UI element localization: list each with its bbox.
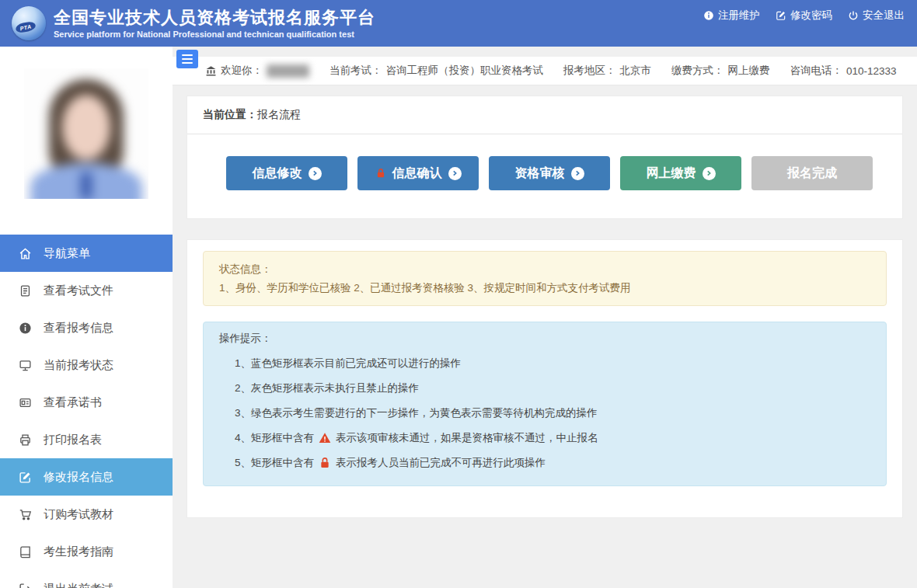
logo: PTA 全国专业技术人员资格考试报名服务平台 Service platform … — [12, 6, 375, 40]
sidebar-item-label: 导航菜单 — [44, 246, 90, 261]
sidebar-menu: 导航菜单 查看考试文件 查看报考信息 当前报考状态 查看承诺书 打印报名表 — [0, 235, 173, 588]
registration-flow-card: 当前位置：报名流程 信息修改 信息确认 资格审核 网上缴费 — [187, 96, 903, 219]
logout-label: 安全退出 — [863, 9, 905, 23]
sidebar-item-label: 打印报名表 — [44, 433, 102, 447]
info-circle-icon — [19, 322, 32, 335]
sidebar-item-candidate-guide[interactable]: 考生报考指南 — [0, 533, 173, 570]
card-icon — [19, 396, 32, 409]
sidebar-item-commitment-letter[interactable]: 查看承诺书 — [0, 384, 173, 421]
change-password-link[interactable]: 修改密码 — [776, 9, 832, 23]
current-exam-value: 咨询工程师（投资）职业资格考试 — [386, 64, 544, 78]
status-info-box: 状态信息： 1、身份、学历和学位已核验 2、已通过报考资格核验 3、按规定时间和… — [203, 251, 887, 306]
sidebar-item-label: 查看承诺书 — [44, 395, 102, 410]
breadcrumb-label: 当前位置： — [203, 108, 257, 120]
breadcrumb-value: 报名流程 — [257, 108, 301, 120]
pta-logo-text: PTA — [15, 20, 37, 33]
hotline: 咨询电话： 010-12333 — [790, 64, 897, 78]
register-maintain-label: 注册维护 — [718, 9, 760, 23]
sidebar-item-nav-menu[interactable]: 导航菜单 — [0, 235, 173, 272]
payment-method-value: 网上缴费 — [728, 64, 770, 78]
main-content: 欢迎你： 当前考试： 咨询工程师（投资）职业资格考试 报考地区： 北京市 缴费方… — [173, 47, 917, 588]
qualification-review-button[interactable]: 资格审核 — [489, 156, 610, 190]
sidebar-item-label: 查看报考信息 — [44, 321, 113, 336]
arrow-circle-icon — [703, 167, 716, 180]
sidebar-item-print-form[interactable]: 打印报名表 — [0, 421, 173, 458]
sidebar-item-label: 订购考试教材 — [44, 507, 113, 522]
lock-icon — [319, 457, 331, 469]
book-icon — [19, 545, 32, 558]
tip-item-1: 1、蓝色矩形框表示目前已完成还可以进行的操作 — [219, 357, 870, 371]
payment-method-label: 缴费方式： — [671, 64, 724, 78]
breadcrumb: 当前位置：报名流程 — [187, 96, 902, 134]
arrow-circle-icon — [571, 167, 584, 180]
logout-link[interactable]: 安全退出 — [848, 9, 905, 23]
operation-tips-box: 操作提示： 1、蓝色矩形框表示目前已完成还可以进行的操作 2、灰色矩形框表示未执… — [203, 322, 887, 486]
home-icon — [19, 247, 32, 260]
desktop-icon — [19, 359, 32, 372]
payment-method: 缴费方式： 网上缴费 — [671, 64, 770, 78]
sidebar-item-label: 考生报考指南 — [44, 545, 113, 559]
lock-icon — [375, 168, 386, 179]
sidebar-item-label: 修改报名信息 — [44, 470, 113, 485]
sidebar-item-modify-registration[interactable]: 修改报名信息 — [0, 458, 173, 496]
hotline-label: 咨询电话： — [790, 64, 843, 78]
menu-toggle-button[interactable] — [176, 50, 198, 68]
applicant-photo-blur — [24, 68, 148, 199]
registration-complete-label: 报名完成 — [787, 165, 837, 182]
applicant-photo — [24, 68, 148, 199]
sidebar-item-label: 退出当前考试 — [44, 582, 113, 588]
edit-square-icon — [19, 471, 32, 484]
online-payment-label: 网上缴费 — [647, 165, 696, 182]
app-header: PTA 全国专业技术人员资格考试报名服务平台 Service platform … — [0, 0, 917, 47]
sidebar-item-order-textbooks[interactable]: 订购考试教材 — [0, 496, 173, 533]
hotline-value: 010-12333 — [846, 65, 897, 77]
online-payment-button[interactable]: 网上缴费 — [620, 156, 741, 190]
welcome-bar: 欢迎你： 当前考试： 咨询工程师（投资）职业资格考试 报考地区： 北京市 缴费方… — [173, 57, 917, 85]
edit-icon — [776, 10, 786, 21]
status-info-title: 状态信息： — [219, 260, 870, 279]
pta-logo-icon: PTA — [12, 6, 46, 40]
sidebar: 导航菜单 查看考试文件 查看报考信息 当前报考状态 查看承诺书 打印报名表 — [0, 47, 173, 588]
exam-region-value: 北京市 — [620, 64, 652, 78]
current-exam: 当前考试： 咨询工程师（投资）职业资格考试 — [329, 64, 543, 78]
sidebar-item-label: 当前报考状态 — [44, 358, 113, 373]
greeting: 欢迎你： — [205, 64, 309, 78]
exam-region-label: 报考地区： — [563, 64, 616, 78]
sidebar-item-current-status[interactable]: 当前报考状态 — [0, 346, 173, 384]
arrow-circle-icon — [448, 167, 462, 180]
sidebar-item-registration-info[interactable]: 查看报考信息 — [0, 309, 173, 346]
qualification-review-label: 资格审核 — [515, 165, 565, 182]
change-password-label: 修改密码 — [790, 9, 832, 23]
info-modify-button[interactable]: 信息修改 — [226, 156, 347, 190]
power-icon — [848, 10, 859, 21]
tip-item-5: 5、矩形框中含有 表示报考人员当前已完成不可再进行此项操作 — [219, 456, 870, 470]
app-title: 全国专业技术人员资格考试报名服务平台 — [54, 8, 375, 27]
printer-icon — [19, 433, 32, 447]
info-icon — [703, 10, 714, 21]
exam-region: 报考地区： 北京市 — [563, 64, 651, 78]
status-info-line: 1、身份、学历和学位已核验 2、已通过报考资格核验 3、按规定时间和方式支付考试… — [219, 279, 870, 297]
info-confirm-button[interactable]: 信息确认 — [357, 156, 479, 190]
register-maintain-link[interactable]: 注册维护 — [703, 9, 760, 23]
operation-tips-title: 操作提示： — [219, 332, 870, 346]
sidebar-item-exam-files[interactable]: 查看考试文件 — [0, 272, 173, 309]
process-buttons-row: 信息修改 信息确认 资格审核 网上缴费 报名完成 — [187, 134, 902, 218]
status-tips-card: 状态信息： 1、身份、学历和学位已核验 2、已通过报考资格核验 3、按规定时间和… — [187, 239, 903, 518]
info-confirm-label: 信息确认 — [392, 165, 442, 182]
arrow-circle-icon — [309, 167, 322, 180]
info-modify-label: 信息修改 — [253, 165, 302, 182]
header-links: 注册维护 修改密码 安全退出 — [703, 0, 905, 31]
tip-item-2: 2、灰色矩形框表示未执行且禁止的操作 — [219, 381, 870, 395]
tip-item-4: 4、矩形框中含有 表示该项审核未通过，如果是资格审核不通过，中止报名 — [219, 431, 870, 445]
applicant-name-blurred — [267, 64, 309, 78]
bank-icon — [205, 65, 217, 77]
sidebar-item-exit-exam[interactable]: 退出当前考试 — [0, 570, 173, 588]
current-exam-label: 当前考试： — [329, 64, 382, 78]
registration-complete-button: 报名完成 — [751, 156, 873, 190]
cart-icon — [19, 508, 32, 521]
greeting-label: 欢迎你： — [221, 64, 263, 78]
signout-icon — [19, 583, 32, 588]
tip-item-3: 3、绿色表示考生需要进行的下一步操作，为黄色表示需要等待机构完成的操作 — [219, 406, 870, 420]
app-subtitle: Service platform for National Profession… — [54, 30, 375, 39]
file-icon — [19, 284, 32, 297]
